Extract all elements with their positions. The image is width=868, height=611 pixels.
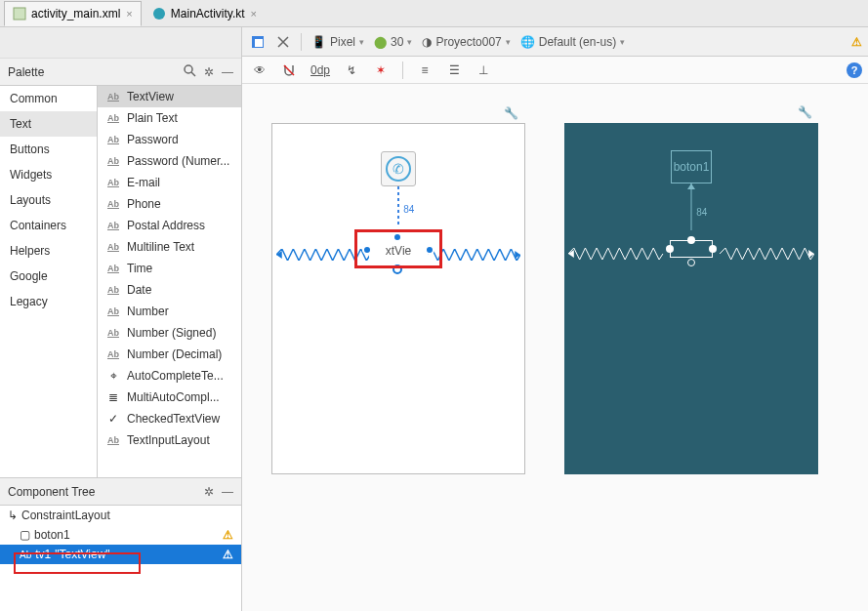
text-icon: Ab [105,219,121,232]
theme-dropdown[interactable]: ◑ Proyecto007 ▾ [422,35,510,49]
collapse-icon[interactable]: — [222,485,233,499]
close-icon[interactable]: × [251,8,257,20]
palette-item-number-decimal[interactable]: AbNumber (Decimal) [98,344,241,365]
constraint-handle[interactable] [687,259,695,266]
tree-node-constraintlayout[interactable]: ↳ ConstraintLayout [0,506,241,525]
file-tab-label: MainActivity.kt [171,7,245,20]
palette-item-autocomplete[interactable]: ⌖AutoCompleteTe... [98,365,241,387]
palette-item-date[interactable]: AbDate [98,279,241,301]
palette-item-multiautocomplete[interactable]: ≣MultiAutoCompl... [98,387,241,408]
wrench-icon[interactable]: 🔧 [798,105,812,119]
widget-icon: ⌖ [105,369,121,383]
palette-item-email[interactable]: AbE-mail [98,172,241,193]
palette-item-textinputlayout[interactable]: AbTextInputLayout [98,429,241,451]
svg-point-1 [153,8,165,20]
design-toolbar: 📱 Pixel ▾ ⬤ 30 ▾ ◑ Proyecto007 ▾ 🌐 Defau… [242,27,868,57]
palette-item-plaintext[interactable]: AbPlain Text [98,107,241,129]
design-surface[interactable]: 🔧 ✆ 84 xtVie [271,123,525,474]
view-options-icon[interactable]: 👁 [252,62,268,78]
svg-rect-0 [14,8,25,20]
palette-category-helpers[interactable]: Helpers [0,238,97,264]
palette-item-password[interactable]: AbPassword [98,129,241,150]
warning-icon: ⚠ [223,548,233,561]
locale-dropdown[interactable]: 🌐 Default (en-us) ▾ [520,35,625,49]
device-dropdown[interactable]: 📱 Pixel ▾ [311,35,364,49]
palette-item-password-numeric[interactable]: AbPassword (Numer... [98,150,241,172]
constraint-handle[interactable] [393,265,402,274]
phone-icon: 📱 [311,35,326,49]
svg-marker-8 [515,251,520,259]
text-icon: Ab [105,133,121,146]
svg-line-3 [191,72,195,76]
tree-node-tv1[interactable]: Ab tv1 "TextView" ⚠ [0,545,241,564]
widget-tv1-blueprint[interactable] [670,240,713,258]
constraint-handle[interactable] [362,245,372,255]
palette-category-containers[interactable]: Containers [0,213,97,238]
chevron-down-icon: ▾ [407,37,412,47]
file-tab-activity-main[interactable]: activity_main.xml × [4,1,142,26]
palette-item-number-signed[interactable]: AbNumber (Signed) [98,322,241,344]
divider [301,33,302,51]
palette-item-number[interactable]: AbNumber [98,301,241,322]
gear-icon[interactable]: ✲ [204,485,214,499]
canvas-area: 🔧 ✆ 84 xtVie [242,84,868,611]
palette-item-textview[interactable]: AbTextView [98,86,241,107]
gear-icon[interactable]: ✲ [204,65,214,79]
widget-tv1[interactable]: xtVie [369,239,428,263]
tree-node-boton1[interactable]: ▢ boton1 ⚠ [0,525,241,545]
palette-item-checkedtextview[interactable]: ✓CheckedTextView [98,408,241,429]
constraint-handle[interactable] [709,245,717,253]
blueprint-surface[interactable]: 🔧 boton1 84 [564,123,818,474]
constraint-handle[interactable] [687,236,695,244]
palette-category-layouts[interactable]: Layouts [0,187,97,213]
pack-icon[interactable]: ⊥ [475,62,491,78]
close-icon[interactable]: × [126,8,132,20]
palette-category-text[interactable]: Text [0,111,97,137]
widget-boton1-blueprint[interactable]: boton1 [671,150,712,183]
collapse-icon[interactable]: — [222,65,233,79]
text-icon: Ab [105,262,121,275]
constraint-handle[interactable] [666,245,674,253]
divider [402,61,403,79]
palette-category-legacy[interactable]: Legacy [0,289,97,314]
constraint-vertical [397,186,399,225]
chevron-down-icon: ▾ [620,37,625,47]
palette-item-multiline[interactable]: AbMultiline Text [98,236,241,258]
warning-icon: ⚠ [223,528,233,542]
text-icon: Ab [105,90,121,103]
magnet-icon[interactable] [281,62,297,78]
check-icon: ✓ [105,412,121,426]
warning-icon[interactable]: ⚠ [851,35,862,49]
palette-category-buttons[interactable]: Buttons [0,137,97,162]
wrench-icon[interactable]: 🔧 [504,106,518,120]
svg-marker-10 [808,250,814,258]
clear-constraint-icon[interactable]: ↯ [344,62,359,78]
palette-category-widgets[interactable]: Widgets [0,162,97,187]
search-icon[interactable] [183,63,196,80]
design-surface-icon[interactable] [250,34,266,50]
default-margin-dropdown[interactable]: 0dp [310,63,330,77]
palette-category-google[interactable]: Google [0,264,97,289]
palette-category-common[interactable]: Common [0,86,97,111]
guideline-icon[interactable]: ☰ [446,62,462,78]
palette-item-phone[interactable]: AbPhone [98,193,241,215]
constraint-handle[interactable] [425,245,434,255]
constraint-handle[interactable] [393,232,402,242]
align-icon[interactable]: ≡ [417,62,433,78]
chevron-down-icon: ▾ [359,37,364,47]
text-icon: Ab [105,154,121,168]
xml-file-icon [13,7,26,20]
palette-item-time[interactable]: AbTime [98,258,241,279]
palette-item-postal[interactable]: AbPostal Address [98,215,241,236]
infer-constraint-icon[interactable]: ✶ [373,62,389,78]
orientation-icon[interactable] [275,34,291,50]
text-icon: Ab [105,326,121,340]
layout-icon: ↳ [8,509,18,522]
file-tab-main-activity[interactable]: MainActivity.kt × [144,1,266,26]
widget-boton1[interactable]: ✆ [381,151,416,186]
help-icon[interactable]: ? [847,62,862,78]
text-icon: Ab [105,111,121,125]
api-dropdown[interactable]: ⬤ 30 ▾ [374,35,412,49]
image-icon: ▢ [20,528,30,542]
text-icon: Ab [105,305,121,318]
